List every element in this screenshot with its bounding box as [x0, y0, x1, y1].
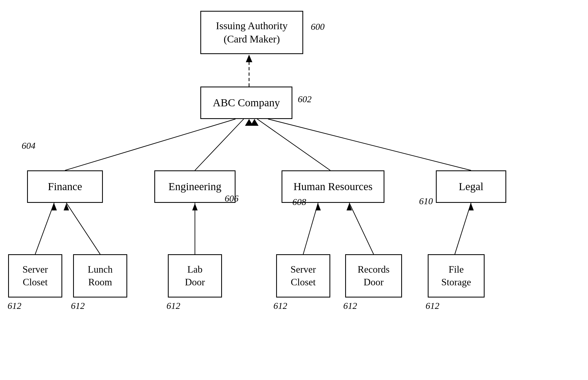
legal-label: Legal — [459, 180, 483, 194]
svg-marker-13 — [468, 203, 474, 210]
svg-marker-19 — [250, 119, 259, 126]
label-608: 608 — [292, 197, 306, 207]
issuing-authority-label: Issuing Authority (Card Maker) — [216, 19, 288, 46]
label-612b: 612 — [71, 301, 85, 311]
engineering-label: Engineering — [168, 180, 221, 194]
label-612f: 612 — [426, 301, 439, 311]
svg-marker-18 — [245, 119, 253, 126]
svg-line-2 — [35, 203, 54, 254]
finance-label: Finance — [48, 180, 82, 194]
svg-line-15 — [195, 119, 244, 170]
svg-marker-5 — [64, 203, 69, 210]
file-storage-label: File Storage — [441, 263, 471, 289]
svg-marker-9 — [315, 203, 321, 210]
svg-line-14 — [65, 119, 236, 170]
legal-node: Legal — [436, 170, 506, 203]
label-612a: 612 — [8, 301, 21, 311]
svg-marker-1 — [246, 55, 252, 62]
abc-company-node: ABC Company — [200, 87, 292, 119]
svg-marker-11 — [347, 203, 352, 210]
human-resources-label: Human Resources — [293, 180, 373, 194]
finance-node: Finance — [27, 170, 103, 203]
label-612d: 612 — [273, 301, 287, 311]
svg-marker-7 — [192, 203, 198, 210]
svg-line-17 — [268, 119, 471, 170]
lunch-room-label: Lunch Room — [88, 263, 113, 289]
svg-line-16 — [257, 119, 330, 170]
server-closet-2-node: Server Closet — [276, 254, 330, 298]
svg-line-12 — [455, 203, 471, 254]
lab-door-node: Lab Door — [168, 254, 222, 298]
diagram: Issuing Authority (Card Maker) ABC Compa… — [0, 0, 588, 380]
svg-line-4 — [66, 203, 100, 254]
server-closet-1-label: Server Closet — [22, 263, 48, 289]
server-closet-2-label: Server Closet — [290, 263, 316, 289]
svg-line-10 — [349, 203, 374, 254]
engineering-node: Engineering — [154, 170, 236, 203]
svg-line-8 — [303, 203, 318, 254]
abc-company-label: ABC Company — [213, 96, 280, 110]
lab-door-label: Lab Door — [185, 263, 205, 289]
label-606: 606 — [225, 193, 239, 204]
records-door-label: Records Door — [358, 263, 390, 289]
label-602: 602 — [298, 94, 312, 104]
label-600: 600 — [311, 22, 325, 32]
file-storage-node: File Storage — [428, 254, 485, 298]
label-610: 610 — [419, 196, 433, 206]
label-612c: 612 — [166, 301, 180, 311]
label-612e: 612 — [343, 301, 357, 311]
issuing-authority-node: Issuing Authority (Card Maker) — [200, 11, 303, 54]
records-door-node: Records Door — [345, 254, 402, 298]
lunch-room-node: Lunch Room — [73, 254, 127, 298]
svg-marker-3 — [51, 203, 57, 210]
server-closet-1-node: Server Closet — [8, 254, 62, 298]
label-604: 604 — [22, 141, 35, 151]
